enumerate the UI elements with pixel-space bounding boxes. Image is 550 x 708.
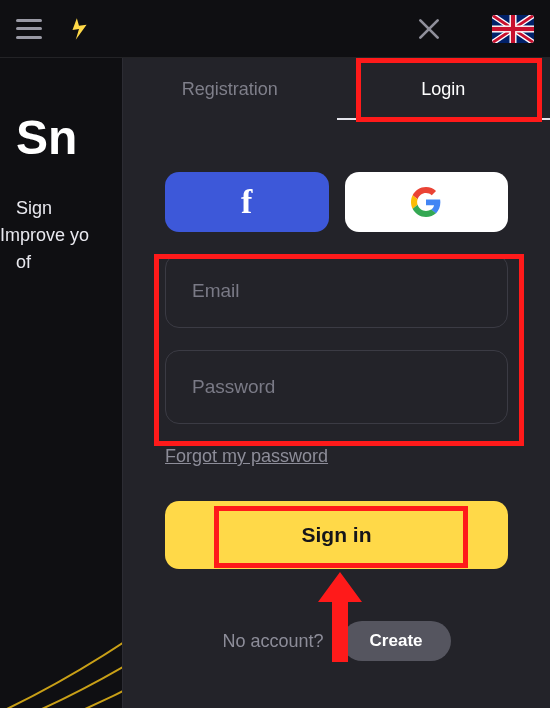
tab-label: Registration bbox=[182, 79, 278, 100]
bg-sub-line: of bbox=[16, 249, 116, 276]
google-icon bbox=[411, 187, 441, 217]
auth-tabs: Registration Login bbox=[123, 58, 550, 120]
sign-in-label: Sign in bbox=[302, 523, 372, 546]
auth-drawer: Registration Login f For bbox=[122, 58, 550, 708]
top-bar bbox=[0, 0, 550, 58]
svg-rect-4 bbox=[492, 26, 534, 30]
email-field[interactable] bbox=[165, 254, 508, 328]
sign-in-button[interactable]: Sign in bbox=[165, 501, 508, 569]
forgot-password-link[interactable]: Forgot my password bbox=[165, 446, 328, 467]
no-account-text: No account? bbox=[223, 631, 324, 652]
close-icon[interactable] bbox=[416, 16, 442, 42]
bg-sub-line: Improve yo bbox=[0, 222, 116, 249]
facebook-login-button[interactable]: f bbox=[165, 172, 329, 232]
tab-login[interactable]: Login bbox=[337, 58, 551, 120]
facebook-icon: f bbox=[241, 183, 252, 221]
language-flag-uk[interactable] bbox=[492, 15, 534, 43]
menu-icon[interactable] bbox=[16, 19, 42, 39]
password-field[interactable] bbox=[165, 350, 508, 424]
app-logo[interactable] bbox=[66, 16, 92, 42]
tab-registration[interactable]: Registration bbox=[123, 58, 337, 120]
create-account-button[interactable]: Create bbox=[342, 621, 451, 661]
google-login-button[interactable] bbox=[345, 172, 509, 232]
bg-sub-line: Sign bbox=[16, 195, 116, 222]
tab-label: Login bbox=[421, 79, 465, 100]
social-login-row: f bbox=[165, 172, 508, 232]
